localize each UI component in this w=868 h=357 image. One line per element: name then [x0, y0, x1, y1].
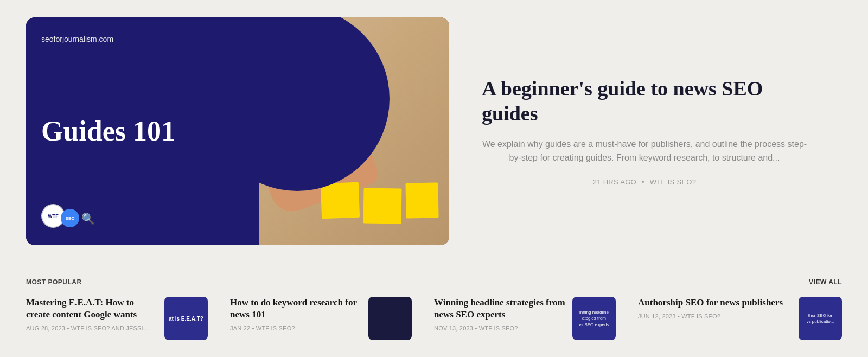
most-popular-header: MOST POPULAR VIEW ALL: [26, 278, 842, 286]
sticky-note-3: [405, 182, 438, 218]
magnifier-icon: 🔍: [81, 212, 95, 225]
article-cat-2: WTF IS SEO?: [256, 325, 295, 331]
article-item-1[interactable]: Mastering E.E.A.T: How to create content…: [26, 297, 219, 340]
hero-article-title[interactable]: A beginner's guide to news SEO guides: [482, 76, 807, 126]
article-title-1: Mastering E.E.A.T: How to create content…: [26, 297, 158, 321]
hero-image[interactable]: seoforjournalism.com Guides 101 WTF SEO …: [26, 17, 449, 245]
article-thumb-2: [368, 297, 412, 340]
article-meta-2: JAN 22 • WTF IS SEO?: [230, 325, 362, 331]
article-cat-3: WTF IS SEO?: [479, 325, 518, 331]
article-cat-4: WTF IS SEO?: [681, 313, 720, 320]
article-sep-1: •: [67, 325, 71, 331]
hero-right-photo: [238, 17, 449, 245]
hero-meta-time: 21 HRS AGO: [593, 178, 636, 186]
article-item-3[interactable]: Winning headline strategies from news SE…: [434, 297, 627, 340]
hero-site-label: seoforjournalism.com: [41, 35, 244, 43]
article-text-4: Authorship SEO for news publishers JUN 1…: [638, 297, 792, 320]
page-wrapper: seoforjournalism.com Guides 101 WTF SEO …: [0, 0, 868, 357]
section-divider: [26, 267, 842, 267]
article-thumb-3: inning headlineategies fromvs SEO expert…: [572, 297, 616, 340]
hero-left-panel: seoforjournalism.com Guides 101 WTF SEO …: [26, 17, 259, 245]
article-meta-4: JUN 12, 2023 • WTF IS SEO?: [638, 313, 792, 320]
article-date-4: JUN 12, 2023: [638, 313, 676, 320]
article-date-1: AUG 28, 2023: [26, 325, 65, 331]
hero-article-excerpt: We explain why guides are a must-have fo…: [482, 137, 807, 165]
thumb-text-3: inning headlineategies fromvs SEO expert…: [579, 309, 609, 328]
hero-logo-area: WTF SEO 🔍: [41, 204, 244, 228]
hero-meta-separator: •: [642, 178, 644, 186]
sticky-notes: [321, 183, 438, 224]
article-item-4[interactable]: Authorship SEO for news publishers JUN 1…: [638, 297, 842, 340]
article-text-3: Winning headline strategies from news SE…: [434, 297, 566, 331]
seo-badge: SEO: [61, 209, 79, 227]
hero-meta: 21 HRS AGO • WTF IS SEO?: [482, 178, 807, 186]
hero-meta-category: WTF IS SEO?: [650, 178, 697, 186]
keyboard-visual: [386, 308, 394, 330]
hero-image-bg: seoforjournalism.com Guides 101 WTF SEO …: [26, 17, 449, 245]
hero-title-area: Guides 101: [41, 83, 244, 146]
hero-image-title: Guides 101: [41, 83, 244, 146]
article-item-2[interactable]: How to do keyword research for news 101 …: [230, 297, 423, 340]
most-popular-label: MOST POPULAR: [26, 278, 82, 286]
article-text-1: Mastering E.E.A.T: How to create content…: [26, 297, 158, 331]
articles-grid: Mastering E.E.A.T: How to create content…: [26, 297, 842, 340]
article-date-3: NOV 13, 2023: [434, 325, 473, 331]
hero-content: A beginner's guide to news SEO guides We…: [482, 66, 807, 196]
thumb-text-1: at is E.E.A.T?: [169, 316, 203, 322]
article-thumb-4: thor SEO forvs publicatio...: [799, 297, 842, 340]
article-title-3: Winning headline strategies from news SE…: [434, 297, 566, 321]
article-title-2: How to do keyword research for news 101: [230, 297, 362, 321]
article-title-4: Authorship SEO for news publishers: [638, 297, 792, 309]
article-sep-3: •: [475, 325, 478, 331]
article-date-2: JAN 22: [230, 325, 250, 331]
view-all-link[interactable]: VIEW ALL: [809, 278, 842, 286]
article-cat-1: WTF IS SEO? AND JESSI...: [71, 325, 149, 331]
hero-section: seoforjournalism.com Guides 101 WTF SEO …: [26, 17, 842, 245]
article-sep-2: •: [252, 325, 256, 331]
article-meta-1: AUG 28, 2023 • WTF IS SEO? AND JESSI...: [26, 325, 158, 331]
article-thumb-1: at is E.E.A.T?: [164, 297, 208, 340]
article-text-2: How to do keyword research for news 101 …: [230, 297, 362, 331]
sticky-note-1: [321, 182, 360, 219]
sticky-note-2: [363, 188, 401, 224]
article-meta-3: NOV 13, 2023 • WTF IS SEO?: [434, 325, 566, 331]
thumb-text-4: thor SEO forvs publicatio...: [807, 313, 834, 324]
